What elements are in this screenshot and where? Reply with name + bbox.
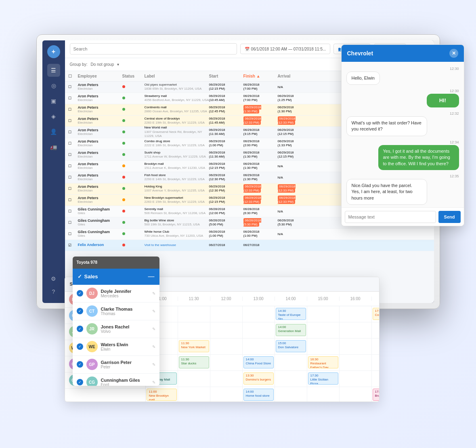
member-check: ✓ xyxy=(77,308,83,314)
row-checkbox[interactable]: ☐ xyxy=(68,209,78,213)
row-checkbox[interactable]: ☐ xyxy=(68,107,78,111)
chat-message-input[interactable] xyxy=(345,211,436,223)
row-checkbox[interactable]: ☐ xyxy=(68,141,78,145)
sch-cell xyxy=(275,371,307,387)
search-input[interactable] xyxy=(70,43,237,55)
status-dot xyxy=(122,232,125,235)
team-member-item: ✓ WE Waters Elwin Elwin ✎ xyxy=(73,338,159,356)
sidebar-icon-settings[interactable]: ⚙ xyxy=(47,272,60,285)
col-header-arrival: Arrival xyxy=(278,74,306,78)
send-button[interactable]: Send xyxy=(438,211,461,223)
edit-icon[interactable]: ✎ xyxy=(152,362,155,367)
msg-bubble-received: Nice.Glad you have the parcel. Yes, I am… xyxy=(346,179,427,205)
row-checkbox[interactable]: ☐ xyxy=(68,119,78,123)
schedule-event[interactable]: 11:30Star ducks xyxy=(179,356,209,368)
group-by-value[interactable]: Do not group xyxy=(90,62,114,67)
check-icon: ✓ xyxy=(78,273,82,280)
sch-cell: 11:30Star ducks xyxy=(178,355,210,370)
status-dot xyxy=(122,164,125,167)
schedule-event[interactable]: 17:00Coast View Cafe xyxy=(373,308,379,320)
schedule-event[interactable]: 16:30Restaurant Father's Day xyxy=(308,356,338,368)
schedule-event[interactable]: 14:00Home food store xyxy=(243,389,274,401)
schedule-event[interactable]: 13:30Domino's burgers xyxy=(243,372,274,385)
col-header-start: Start xyxy=(209,74,243,78)
status-dot xyxy=(122,130,125,133)
row-checkbox[interactable]: ☐ xyxy=(68,187,78,191)
member-check: ✓ xyxy=(77,379,83,385)
sch-cell xyxy=(340,387,372,402)
row-checkbox[interactable]: ☐ xyxy=(68,198,78,202)
chat-header: Chevrolet ✕ xyxy=(342,45,464,62)
edit-icon[interactable]: ✎ xyxy=(152,309,155,313)
sidebar-icon-map[interactable]: ◎ xyxy=(47,79,60,92)
schedule-event[interactable]: 14:30Taste of Europe Sto xyxy=(276,308,306,320)
msg-time: 12:30 xyxy=(346,67,459,71)
avatar: DJ xyxy=(86,288,98,299)
row-checkbox[interactable]: ☐ xyxy=(68,221,78,225)
sch-cell xyxy=(307,339,340,354)
member-info: Waters Elwin Elwin xyxy=(101,342,128,351)
status-cell xyxy=(122,85,145,89)
row-checkbox[interactable]: ☐ xyxy=(68,130,78,134)
schedule-event[interactable]: 14:00China Food Store xyxy=(243,356,274,368)
edit-icon[interactable]: ✎ xyxy=(152,345,155,349)
member-check: ✓ xyxy=(77,326,83,332)
time-cell: 15:00 xyxy=(307,297,340,301)
status-dot xyxy=(122,210,125,212)
schedule-row: 11:30Star ducks 14:00China Food Store 16… xyxy=(146,355,379,371)
col-header-finish: Finish ▲ xyxy=(243,74,278,78)
row-checkbox[interactable]: ☐ xyxy=(68,85,78,89)
schedule-event[interactable]: 17:30Little Sicilian Pizza xyxy=(308,372,338,385)
sidebar-icon-tasks[interactable]: ☰ xyxy=(47,64,60,77)
chat-close-button[interactable]: ✕ xyxy=(449,49,458,58)
schedule-event[interactable]: 11:00New Brooklyn mall xyxy=(147,389,177,401)
row-checkbox[interactable]: ☐ xyxy=(68,153,78,157)
sidebar-icon-location[interactable]: ◈ xyxy=(47,110,60,123)
row-checkbox[interactable]: ☐ xyxy=(68,164,78,168)
member-info: Garrison Peter Peter xyxy=(101,360,132,369)
page-wrapper: + ☰ ◎ ▣ ◈ 👤 🚛 ⚙ ? xyxy=(0,0,476,448)
sidebar-icon-truck[interactable]: 🚛 xyxy=(47,141,60,154)
member-check: ✓ xyxy=(77,361,83,368)
member-check: ✓ xyxy=(77,343,83,350)
col-header-status: Status xyxy=(122,74,145,78)
sch-cell: 14:00Generation Mall xyxy=(275,322,307,338)
member-info: Clarke Thomas Thomas xyxy=(101,307,133,316)
schedule-row: 11:30New York Market 15:00Don Salvatore xyxy=(146,339,379,355)
sch-cell xyxy=(178,371,210,387)
sch-cell xyxy=(340,306,372,322)
schedule-row: 14:30Taste of Europe Sto 17:00Coast View… xyxy=(146,306,379,322)
edit-icon[interactable]: ✎ xyxy=(152,291,155,296)
team-member-item: ✓ DJ Doyle Jennifer Mercedes ✎ xyxy=(73,285,159,303)
arrival-cell: N/A xyxy=(278,85,306,89)
team-member-item: ✓ CG Cunningham Giles Ford ✎ xyxy=(73,374,159,386)
status-dot xyxy=(122,244,125,246)
sidebar-icon-calendar[interactable]: ▣ xyxy=(47,95,60,107)
team-member-item: ✓ GP Garrison Peter Peter ✎ xyxy=(73,356,159,374)
sch-cell xyxy=(210,322,243,338)
sch-cell xyxy=(210,339,243,354)
schedule-event-ny-market[interactable]: 11:30New York Market xyxy=(179,340,209,352)
status-dot xyxy=(122,85,125,88)
sidebar-icon-people[interactable]: 👤 xyxy=(47,125,60,138)
row-checkbox[interactable]: ☐ xyxy=(68,175,78,179)
avatar: CT xyxy=(86,305,98,317)
row-checkbox[interactable]: ☐ xyxy=(68,232,78,236)
schedule-event[interactable]: 15:00Don Salvatore xyxy=(276,340,306,352)
edit-icon[interactable]: ✎ xyxy=(152,380,155,385)
date-range-btn[interactable]: 📅 06/1/2018 12:00 AM — 07/31/2018 11:5..… xyxy=(240,44,331,54)
edit-icon[interactable]: ✎ xyxy=(152,327,155,331)
team-member-item: ✓ CT Clarke Thomas Thomas ✎ xyxy=(73,303,159,320)
msg-group: 12:30 Hello, Elwin xyxy=(346,67,459,85)
schedule-event[interactable]: 17:00Bruno Pizza xyxy=(373,389,379,401)
msg-time: 12:30 xyxy=(450,89,459,93)
schedule-row: 14:00Generation Mall 17:30B-B-Q Bar xyxy=(146,322,379,339)
schedule-event[interactable]: 14:00Generation Mall xyxy=(276,324,306,336)
sidebar-icon-help[interactable]: ? xyxy=(47,285,60,298)
avatar: WE xyxy=(86,341,98,352)
team-remove-button[interactable]: — xyxy=(148,273,155,280)
row-checkbox[interactable]: ☑ xyxy=(68,243,78,247)
chat-messages: 12:30 Hello, Elwin 12:30 HI! 12:32 What'… xyxy=(342,62,464,207)
row-checkbox[interactable]: ☐ xyxy=(68,96,78,100)
sch-cell xyxy=(178,306,210,322)
